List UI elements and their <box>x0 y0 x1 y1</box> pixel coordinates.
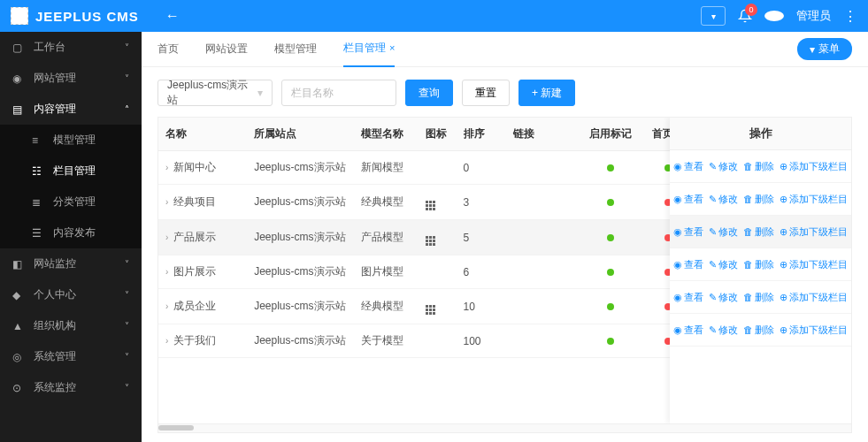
sidebar-item-label: 内容管理 <box>34 102 76 117</box>
edit-link[interactable]: ✎修改 <box>709 291 738 304</box>
tabs-bar: 首页网站设置模型管理栏目管理×▾菜单 <box>142 32 868 67</box>
more-icon[interactable]: ⋮ <box>843 8 857 25</box>
pencil-icon: ✎ <box>709 194 717 205</box>
user-name[interactable]: 管理员 <box>796 8 831 24</box>
tab-3[interactable]: 栏目管理× <box>343 32 395 67</box>
create-button[interactable]: +新建 <box>518 80 575 106</box>
top-header: ▣ JEEPLUS CMS ← ▾ 0 管理员 ⋮ <box>0 0 868 32</box>
tab-1[interactable]: 网站设置 <box>205 32 248 66</box>
sidebar-subitem-3[interactable]: ☰内容发布 <box>0 217 142 248</box>
edit-link[interactable]: ✎修改 <box>709 324 738 337</box>
menu-button[interactable]: ▾菜单 <box>797 38 852 60</box>
expand-icon[interactable]: › <box>165 336 168 346</box>
sidebar-item-7[interactable]: ⊙系统监控˅ <box>0 372 142 403</box>
site-select[interactable]: Jeeplus-cms演示站 ▾ <box>157 80 273 106</box>
plus-circle-icon: ⊕ <box>780 226 787 238</box>
search-button[interactable]: 查询 <box>405 80 453 106</box>
cell-link <box>506 255 579 289</box>
add-sub-link[interactable]: ⊕添加下级栏目 <box>780 225 848 239</box>
delete-link[interactable]: 🗑删除 <box>743 291 774 304</box>
eye-icon: ◉ <box>673 194 682 205</box>
theme-dropdown[interactable]: ▾ <box>701 6 726 26</box>
sidebar-item-label: 网站监控 <box>34 256 76 271</box>
cell-name: 新闻中心 <box>173 161 216 173</box>
cell-model: 图片模型 <box>354 255 419 289</box>
cell-link <box>506 324 579 358</box>
back-icon[interactable]: ← <box>165 8 180 24</box>
sidebar-item-label: 分类管理 <box>53 194 96 210</box>
menu-icon: ☰ <box>32 227 44 240</box>
grid-icon <box>426 236 435 246</box>
view-link[interactable]: ◉查看 <box>673 225 703 239</box>
chevron-down-icon: ▾ <box>711 11 716 21</box>
delete-link[interactable]: 🗑删除 <box>743 258 774 271</box>
sidebar-subitem-0[interactable]: ≡模型管理 <box>0 125 142 156</box>
action-row: ◉查看✎修改🗑删除⊕添加下级栏目 <box>670 314 851 347</box>
expand-icon[interactable]: › <box>165 197 168 207</box>
avatar[interactable] <box>764 11 784 21</box>
cell-site: Jeeplus-cms演示站 <box>247 289 354 324</box>
sidebar-item-3[interactable]: ◧网站监控˅ <box>0 248 142 279</box>
expand-icon[interactable]: › <box>165 301 168 311</box>
sidebar-item-2[interactable]: ▤内容管理˄ <box>0 94 142 125</box>
view-link[interactable]: ◉查看 <box>673 160 703 173</box>
expand-icon[interactable]: › <box>165 232 168 242</box>
view-link[interactable]: ◉查看 <box>673 324 703 337</box>
reset-button[interactable]: 重置 <box>462 80 510 106</box>
sidebar-item-label: 个人中心 <box>34 287 76 302</box>
brand-title: JEEPLUS CMS <box>35 9 139 24</box>
sidebar-subitem-2[interactable]: ≣分类管理 <box>0 187 142 217</box>
cell-name: 成员企业 <box>173 300 216 312</box>
delete-link[interactable]: 🗑删除 <box>743 225 774 239</box>
add-sub-link[interactable]: ⊕添加下级栏目 <box>780 258 848 271</box>
cell-sort: 0 <box>457 151 507 185</box>
horizontal-scrollbar[interactable] <box>157 424 852 433</box>
status-dot <box>607 338 614 345</box>
action-header: 操作 <box>670 118 851 150</box>
edit-link[interactable]: ✎修改 <box>709 225 738 239</box>
menu-icon: ≡ <box>32 134 44 147</box>
cell-name: 图片展示 <box>173 265 216 278</box>
view-link[interactable]: ◉查看 <box>673 291 703 304</box>
expand-icon[interactable]: › <box>165 267 168 277</box>
action-column: 操作 ◉查看✎修改🗑删除⊕添加下级栏目◉查看✎修改🗑删除⊕添加下级栏目◉查看✎修… <box>670 118 851 423</box>
add-sub-link[interactable]: ⊕添加下级栏目 <box>780 193 848 206</box>
tab-0[interactable]: 首页 <box>157 32 179 66</box>
cell-link <box>506 151 579 185</box>
tab-2[interactable]: 模型管理 <box>274 32 317 66</box>
trash-icon: 🗑 <box>743 194 753 204</box>
sidebar-item-label: 系统监控 <box>34 380 76 395</box>
add-sub-link[interactable]: ⊕添加下级栏目 <box>780 291 848 304</box>
sidebar-subitem-1[interactable]: ☷栏目管理 <box>0 156 142 187</box>
sidebar-item-4[interactable]: ◆个人中心˅ <box>0 279 142 310</box>
notifications-button[interactable]: 0 <box>738 9 752 23</box>
delete-link[interactable]: 🗑删除 <box>743 193 774 206</box>
col-link: 链接 <box>506 118 579 151</box>
column-name-input[interactable]: 栏目名称 <box>281 80 396 106</box>
cell-model: 经典模型 <box>354 185 419 220</box>
expand-icon[interactable]: › <box>165 163 168 172</box>
sidebar-item-1[interactable]: ◉网站管理˅ <box>0 63 142 94</box>
edit-link[interactable]: ✎修改 <box>709 160 738 173</box>
delete-link[interactable]: 🗑删除 <box>743 160 774 173</box>
sidebar-item-6[interactable]: ◎系统管理˅ <box>0 341 142 372</box>
add-sub-link[interactable]: ⊕添加下级栏目 <box>780 160 848 173</box>
col-enabled: 启用标记 <box>579 118 643 151</box>
chevron-down-icon: ˅ <box>125 383 129 392</box>
sidebar-item-0[interactable]: ▢工作台˅ <box>0 32 142 63</box>
view-link[interactable]: ◉查看 <box>673 258 703 271</box>
edit-link[interactable]: ✎修改 <box>709 258 738 271</box>
delete-link[interactable]: 🗑删除 <box>743 324 774 337</box>
chevron-down-icon: ˅ <box>125 73 129 83</box>
sidebar-item-5[interactable]: ▲组织机构˅ <box>0 310 142 341</box>
cell-model: 关于模型 <box>354 324 419 358</box>
cell-site: Jeeplus-cms演示站 <box>247 151 354 185</box>
cell-site: Jeeplus-cms演示站 <box>247 255 354 289</box>
add-sub-link[interactable]: ⊕添加下级栏目 <box>780 324 848 337</box>
pencil-icon: ✎ <box>709 324 717 336</box>
sidebar-item-label: 模型管理 <box>53 133 96 148</box>
close-icon[interactable]: × <box>389 42 395 53</box>
view-link[interactable]: ◉查看 <box>673 193 703 206</box>
cell-name: 关于我们 <box>173 334 216 347</box>
edit-link[interactable]: ✎修改 <box>709 193 738 206</box>
